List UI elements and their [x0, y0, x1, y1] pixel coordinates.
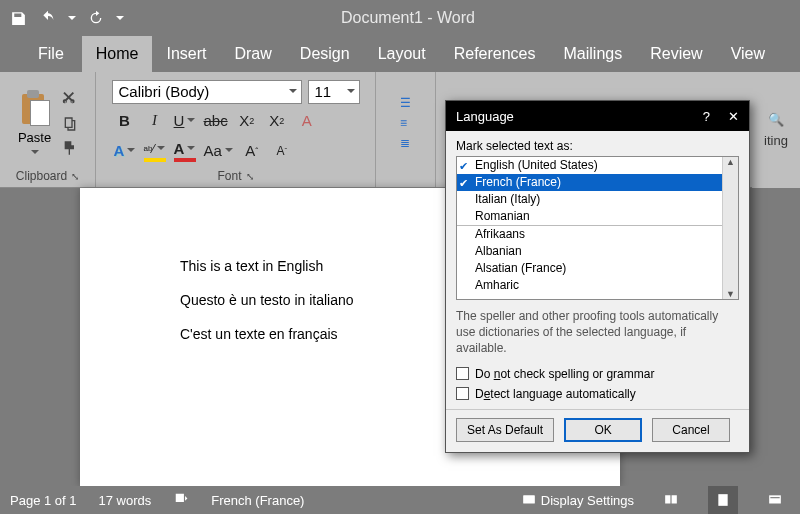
- scrollbar[interactable]: ▲▼: [722, 157, 738, 299]
- font-name-combo[interactable]: Calibri (Body): [112, 80, 302, 104]
- paste-label: Paste: [18, 130, 51, 145]
- quick-access-toolbar: [8, 9, 124, 27]
- tab-layout[interactable]: Layout: [364, 36, 440, 72]
- ribbon-tabs: File Home Insert Draw Design Layout Refe…: [0, 36, 800, 72]
- group-clipboard: Paste Clipboard ⤡: [0, 72, 96, 187]
- qat-customize-icon[interactable]: [116, 16, 124, 24]
- language-option[interactable]: Amharic: [457, 277, 738, 294]
- shrink-font-button[interactable]: Aˇ: [271, 140, 293, 162]
- font-size-combo[interactable]: 11: [308, 80, 360, 104]
- print-layout-icon[interactable]: [708, 486, 738, 514]
- tab-file[interactable]: File: [20, 36, 82, 72]
- format-painter-icon[interactable]: [60, 139, 80, 157]
- svg-rect-3: [770, 497, 779, 498]
- language-option[interactable]: ✔English (United States): [457, 157, 738, 174]
- strikethrough-button[interactable]: abc: [204, 110, 228, 132]
- web-layout-icon[interactable]: [760, 486, 790, 514]
- undo-icon[interactable]: [38, 9, 58, 27]
- dialog-titlebar[interactable]: Language ? ✕: [446, 101, 749, 131]
- editing-group-peek: 🔍 iting: [752, 72, 800, 188]
- language-option[interactable]: Italian (Italy): [457, 191, 738, 208]
- underline-button[interactable]: U: [174, 110, 196, 132]
- status-bar: Page 1 of 1 17 words French (France) Dis…: [0, 486, 800, 514]
- multilevel-icon[interactable]: ≣: [400, 136, 411, 150]
- save-icon[interactable]: [8, 9, 28, 27]
- language-listbox[interactable]: ✔English (United States)✔French (France)…: [456, 156, 739, 300]
- proofing-icon[interactable]: [173, 492, 189, 509]
- group-paragraph: ☰ ≡ ≣: [376, 72, 436, 187]
- svg-rect-2: [769, 495, 781, 503]
- repeat-icon[interactable]: [86, 9, 106, 27]
- change-case-button[interactable]: Aa: [204, 140, 233, 162]
- undo-dropdown-icon[interactable]: [68, 16, 76, 24]
- grow-font-button[interactable]: Aˆ: [241, 140, 263, 162]
- group-label-clipboard: Clipboard: [16, 169, 67, 183]
- svg-rect-0: [523, 495, 535, 503]
- language-option[interactable]: Alsatian (France): [457, 260, 738, 277]
- language-option[interactable]: Albanian: [457, 243, 738, 260]
- paste-button[interactable]: Paste: [16, 86, 54, 158]
- superscript-button[interactable]: X2: [266, 110, 288, 132]
- cancel-button[interactable]: Cancel: [652, 418, 730, 442]
- tab-view[interactable]: View: [717, 36, 779, 72]
- language-option[interactable]: Afrikaans: [457, 226, 738, 243]
- language-option[interactable]: ✔French (France): [457, 174, 738, 191]
- word-count[interactable]: 17 words: [99, 493, 152, 508]
- bold-button[interactable]: B: [114, 110, 136, 132]
- checkbox-no-spellcheck[interactable]: Do not check spelling or grammar: [456, 367, 739, 381]
- read-mode-icon[interactable]: [656, 486, 686, 514]
- font-color-button[interactable]: A: [174, 140, 196, 162]
- text-effects-button[interactable]: A: [114, 140, 136, 162]
- tab-design[interactable]: Design: [286, 36, 364, 72]
- window-title: Document1 - Word: [124, 9, 692, 27]
- cut-icon[interactable]: [60, 91, 80, 109]
- tab-draw[interactable]: Draw: [220, 36, 285, 72]
- tab-mailings[interactable]: Mailings: [550, 36, 637, 72]
- language-status[interactable]: French (France): [211, 493, 304, 508]
- highlight-button[interactable]: ab⁄: [144, 140, 166, 162]
- checkbox-icon: [456, 367, 469, 380]
- subscript-button[interactable]: X2: [236, 110, 258, 132]
- tab-review[interactable]: Review: [636, 36, 716, 72]
- title-bar: Document1 - Word: [0, 0, 800, 36]
- display-settings-icon[interactable]: Display Settings: [521, 493, 634, 508]
- checkbox-detect-language[interactable]: Detect language automatically: [456, 387, 739, 401]
- copy-icon[interactable]: [60, 115, 80, 133]
- tab-home[interactable]: Home: [82, 36, 153, 72]
- help-icon[interactable]: ?: [703, 109, 710, 124]
- dialog-title: Language: [456, 109, 514, 124]
- italic-button[interactable]: I: [144, 110, 166, 132]
- paste-dropdown-icon[interactable]: [31, 150, 39, 158]
- checkbox-icon: [456, 387, 469, 400]
- tab-references[interactable]: References: [440, 36, 550, 72]
- svg-rect-1: [718, 494, 727, 506]
- dialog-note: The speller and other proofing tools aut…: [456, 308, 739, 357]
- clear-formatting-icon[interactable]: A: [296, 110, 318, 132]
- paste-icon: [18, 88, 52, 128]
- set-default-button[interactable]: Set As Default: [456, 418, 554, 442]
- bullets-icon[interactable]: ☰: [400, 96, 411, 110]
- language-dialog: Language ? ✕ Mark selected text as: ✔Eng…: [445, 100, 750, 453]
- page-number[interactable]: Page 1 of 1: [10, 493, 77, 508]
- group-label-font: Font: [217, 169, 241, 183]
- ok-button[interactable]: OK: [564, 418, 642, 442]
- mark-label: Mark selected text as:: [456, 139, 739, 153]
- close-icon[interactable]: ✕: [728, 109, 739, 124]
- language-option[interactable]: Romanian: [457, 208, 738, 225]
- group-font: Calibri (Body) 11 B I U abc X2 X2 A A ab…: [96, 72, 376, 187]
- tab-insert[interactable]: Insert: [152, 36, 220, 72]
- numbering-icon[interactable]: ≡: [400, 116, 411, 130]
- find-icon[interactable]: 🔍: [768, 112, 784, 127]
